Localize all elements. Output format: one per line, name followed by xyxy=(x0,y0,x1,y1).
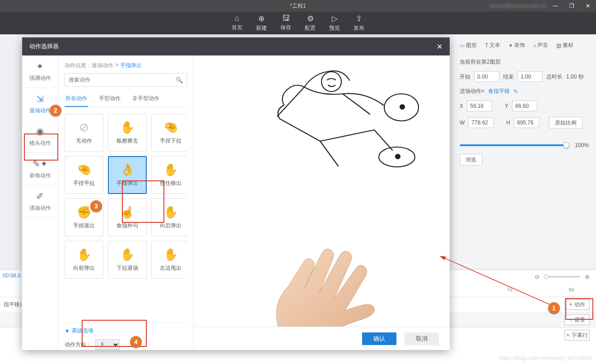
action-card[interactable]: ✋向后弹出 xyxy=(151,198,187,236)
svg-point-2 xyxy=(321,72,341,92)
action-subtabs: 所有动作 手型动作 非手型动作 xyxy=(65,91,187,107)
watermark: https://blog.csdn.net/weixin_43744600 xyxy=(499,355,591,361)
direction-select[interactable]: 上 xyxy=(95,339,120,350)
grab-exit-icon: ✊ xyxy=(77,205,91,219)
advanced-toggle[interactable]: ▼高级选项 xyxy=(65,327,187,335)
action-card[interactable]: ✋向前弹出 xyxy=(65,241,103,279)
actions-panel: 动作信息：退场动作 > 手指弹出 🔍 所有动作 手型动作 非手型动作 ⊘无动作 … xyxy=(58,55,194,350)
search-input[interactable] xyxy=(69,77,176,83)
action-card[interactable]: ✋左边甩出 xyxy=(151,241,187,279)
modal-title: 动作选择器 xyxy=(29,42,59,51)
wand-icon: ✎✦ xyxy=(33,158,48,169)
svg-point-1 xyxy=(400,105,405,109)
annotation-badge-2: 2 xyxy=(50,105,61,116)
category-emphasis[interactable]: ✦强调动作 xyxy=(22,55,58,88)
annotation-badge-3: 3 xyxy=(90,200,102,212)
modal-footer: 确认 取消 xyxy=(194,327,450,350)
none-icon: ⊘ xyxy=(79,120,89,134)
category-decor[interactable]: ✎✦装饰动作 xyxy=(22,153,58,185)
dj-doodle xyxy=(252,60,424,182)
category-camera[interactable]: ◉镜头动作 xyxy=(22,120,58,153)
aperture-icon: ◉ xyxy=(36,126,44,137)
svg-line-5 xyxy=(440,256,560,309)
annotation-badge-1: 1 xyxy=(548,302,560,314)
annotation-badge-4: 4 xyxy=(130,336,142,348)
press-move-icon: ✋ xyxy=(163,163,178,177)
preview-canvas xyxy=(194,55,450,327)
modal-header: 动作选择器 ✕ xyxy=(22,37,450,55)
breadcrumb: 动作信息：退场动作 > 手指弹出 xyxy=(65,62,187,69)
sparkle-icon: ✦ xyxy=(36,61,44,72)
action-card[interactable]: ✋板擦擦去 xyxy=(108,114,147,152)
broom-icon: ✐ xyxy=(36,191,44,202)
ok-button[interactable]: 确认 xyxy=(362,332,396,345)
eraser-icon: ✋ xyxy=(120,120,135,134)
pinch-flat-icon: 🤏 xyxy=(77,163,91,177)
pinch-down-icon: 🤏 xyxy=(163,120,178,134)
subtab-nohand[interactable]: 非手型动作 xyxy=(131,91,160,107)
cancel-button[interactable]: 取消 xyxy=(405,332,439,345)
action-card[interactable]: ✋下拉退场 xyxy=(108,241,147,279)
action-card[interactable]: ☝食指外勾 xyxy=(108,198,147,236)
flick-icon: 👌 xyxy=(120,163,135,177)
annotation-arrow xyxy=(433,253,564,311)
category-sidebar: ✦强调动作 ⇲退场动作 ◉镜头动作 ✎✦装饰动作 ✐清场动作 xyxy=(22,55,58,350)
subtab-all[interactable]: 所有动作 xyxy=(65,91,88,107)
hand-photo xyxy=(261,236,383,327)
svg-point-4 xyxy=(396,154,400,159)
preview-pane: 确认 取消 xyxy=(194,55,450,350)
back-flick-icon: ✋ xyxy=(163,205,178,219)
subtab-hand[interactable]: 手型动作 xyxy=(98,91,121,107)
breadcrumb-root: 动作信息：退场动作 xyxy=(65,62,113,69)
action-selector-modal: 动作选择器 ✕ ✦强调动作 ⇲退场动作 ◉镜头动作 ✎✦装饰动作 ✐清场动作 动… xyxy=(22,37,450,350)
action-card[interactable]: ✋按住移出 xyxy=(151,156,187,194)
actions-grid: ⊘无动作 ✋板擦擦去 🤏手捏下拉 🤏手捏平拉 👌手指弹出 ✋按住移出 ✊手抓退出… xyxy=(65,107,187,322)
category-clear[interactable]: ✐清场动作 xyxy=(22,185,58,218)
advanced-options: ▼高级选项 动作方向： 上 xyxy=(65,322,187,350)
exit-icon: ⇲ xyxy=(36,93,44,104)
action-card[interactable]: 🤏手捏平拉 xyxy=(65,156,103,194)
direction-label: 动作方向： xyxy=(65,341,92,349)
breadcrumb-current: 手指弹出 xyxy=(120,62,142,69)
front-flick-icon: ✋ xyxy=(77,248,91,262)
action-card[interactable]: ⊘无动作 xyxy=(65,114,103,152)
pull-down-icon: ✋ xyxy=(120,248,135,262)
search-icon[interactable]: 🔍 xyxy=(176,77,183,83)
action-card[interactable]: 🤏手捏下拉 xyxy=(151,114,187,152)
finger-hook-icon: ☝ xyxy=(120,205,135,219)
action-card-selected[interactable]: 👌手指弹出 xyxy=(108,156,147,194)
breadcrumb-sep: > xyxy=(115,62,118,69)
chevron-down-icon: ▼ xyxy=(65,328,70,334)
search-box[interactable]: 🔍 xyxy=(65,73,187,87)
modal-close-icon[interactable]: ✕ xyxy=(437,42,442,51)
swipe-left-icon: ✋ xyxy=(163,248,178,262)
